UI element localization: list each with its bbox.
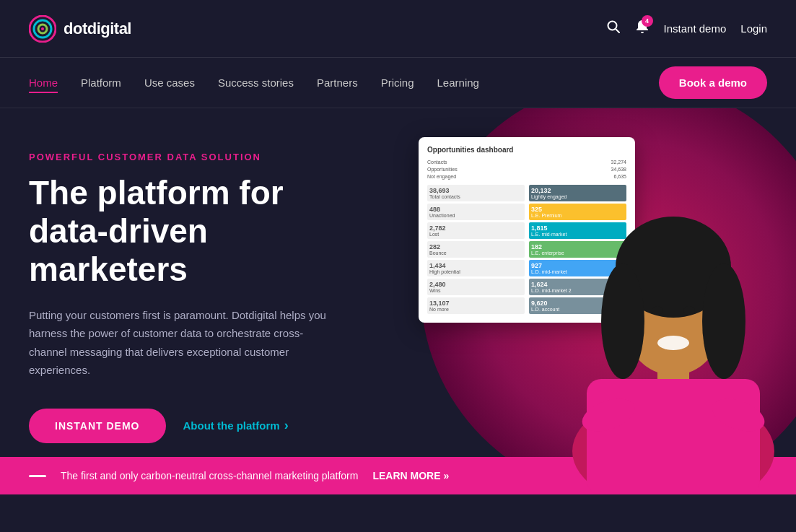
search-icon xyxy=(606,19,621,34)
login-link[interactable]: Login xyxy=(740,22,767,35)
hero-buttons: INSTANT DEMO About the platform › xyxy=(29,409,368,443)
book-demo-button[interactable]: Book a demo xyxy=(659,66,767,99)
arrow-icon: › xyxy=(284,418,289,433)
svg-point-15 xyxy=(657,336,689,350)
logo-text: dotdigital xyxy=(64,19,131,38)
hero-section: POWERFUL CUSTOMER DATA SOLUTION The plat… xyxy=(0,108,796,494)
nav-item-use-cases[interactable]: Use cases xyxy=(144,77,195,90)
nav-item-home[interactable]: Home xyxy=(29,77,58,90)
notification-button[interactable]: 4 xyxy=(635,19,650,38)
hero-subtitle: POWERFUL CUSTOMER DATA SOLUTION xyxy=(29,152,368,162)
about-platform-link[interactable]: About the platform › xyxy=(183,418,289,433)
main-nav: Home Platform Use cases Success stories … xyxy=(0,58,796,108)
svg-point-11 xyxy=(702,263,745,379)
header: dotdigital 4 Instant demo Login xyxy=(0,0,796,58)
hero-right: Opportunities dashboard Contacts32,274 O… xyxy=(397,108,796,494)
instant-demo-button[interactable]: INSTANT DEMO xyxy=(29,409,166,443)
header-right: 4 Instant demo Login xyxy=(606,19,767,38)
nav-item-success-stories[interactable]: Success stories xyxy=(218,77,294,90)
svg-point-10 xyxy=(601,263,644,379)
hero-left: POWERFUL CUSTOMER DATA SOLUTION The plat… xyxy=(0,108,397,494)
hero-description: Putting your customers first is paramoun… xyxy=(29,306,332,380)
nav-item-platform[interactable]: Platform xyxy=(81,77,121,90)
person-image xyxy=(551,148,796,494)
svg-point-3 xyxy=(41,27,44,30)
nav-item-learning[interactable]: Learning xyxy=(437,77,479,90)
nav-item-pricing[interactable]: Pricing xyxy=(381,77,414,90)
notification-badge: 4 xyxy=(642,15,653,27)
svg-point-17 xyxy=(683,306,695,315)
svg-point-16 xyxy=(652,306,663,315)
search-button[interactable] xyxy=(606,19,621,38)
logo-icon xyxy=(29,15,56,43)
nav-links: Home Platform Use cases Success stories … xyxy=(29,77,479,90)
svg-line-5 xyxy=(616,29,619,32)
nav-item-partners[interactable]: Partners xyxy=(317,77,358,90)
hero-title: The platform for data-driven marketers xyxy=(29,174,368,289)
logo-area: dotdigital xyxy=(29,15,131,43)
svg-rect-12 xyxy=(587,379,760,494)
instant-demo-link[interactable]: Instant demo xyxy=(664,22,727,35)
